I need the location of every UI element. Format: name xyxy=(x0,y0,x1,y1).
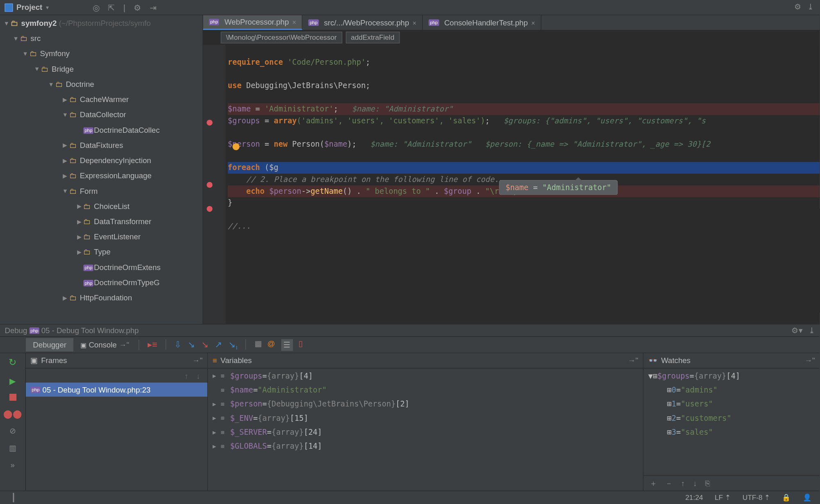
tree-item[interactable]: ▶🗀ExpressionLanguage xyxy=(0,168,203,183)
frame-row[interactable]: php 05 - Debug Tool Window.php:23 xyxy=(26,383,207,397)
tree-item[interactable]: ▶🗀DataFixtures xyxy=(0,137,203,152)
tree-item[interactable]: ▶🗀CacheWarmer xyxy=(0,91,203,107)
twisty-icon[interactable]: ▼ xyxy=(648,371,653,380)
tree-item[interactable]: ▶🗀EventListener xyxy=(0,229,203,244)
hide-icon[interactable]: →" xyxy=(804,356,815,365)
remove-icon[interactable]: － xyxy=(665,478,673,488)
tree-item[interactable]: ▶🗀HttpFoundation xyxy=(0,290,203,305)
dropdown-icon[interactable]: ▾ xyxy=(46,4,49,11)
project-panel-title[interactable]: Project ▾ xyxy=(0,3,87,11)
copy-icon[interactable]: ⎘ xyxy=(705,479,710,488)
breakpoint-icon[interactable] xyxy=(207,120,212,125)
tree-item[interactable]: ▶🗀DependencyInjection xyxy=(0,152,203,168)
settings-icon[interactable]: ☰ xyxy=(281,339,293,351)
hide-icon[interactable]: ⤓ xyxy=(809,326,815,334)
step-over-icon[interactable]: ⇩ xyxy=(174,339,182,351)
variable-row[interactable]: ⊞$name = "Administrator" xyxy=(208,383,643,397)
tree-item[interactable]: phpDoctrineOrmExtens xyxy=(0,259,203,275)
watch-item[interactable]: ⊞2 = "customers" xyxy=(643,411,820,425)
tree-item[interactable]: ▼🗀Bridge xyxy=(0,61,203,76)
gear-icon[interactable]: ⚙ xyxy=(794,2,801,11)
up-icon[interactable]: ↑ xyxy=(184,371,188,380)
down-icon[interactable]: ↓ xyxy=(693,479,697,488)
twisty-icon[interactable]: ▼ xyxy=(2,20,11,26)
layout-icon[interactable]: ▥ xyxy=(9,444,16,452)
show-execution-point-icon[interactable]: ▸≡ xyxy=(148,339,157,351)
tree-item[interactable]: ▶🗀Type xyxy=(0,244,203,259)
variable-row[interactable]: ▶⊞$GLOBALS = {array} [14] xyxy=(208,439,643,453)
twisty-icon[interactable]: ▼ xyxy=(21,50,30,57)
tree-item[interactable]: phpDoctrineOrmTypeG xyxy=(0,275,203,290)
tree-item[interactable]: ▶🗀DataTransformer xyxy=(0,213,203,229)
more-icon[interactable]: » xyxy=(11,461,15,469)
editor-tab[interactable]: phpWebProcessor.php× xyxy=(203,15,303,30)
intention-bulb-icon[interactable] xyxy=(232,143,239,150)
twisty-icon[interactable]: ▶ xyxy=(75,248,83,255)
download-icon[interactable]: ⤓ xyxy=(807,2,814,11)
variable-row[interactable]: ▶⊞$_ENV = {array} [15] xyxy=(208,411,643,425)
twisty-icon[interactable]: ▶ xyxy=(212,443,221,449)
gutter[interactable] xyxy=(203,45,225,324)
tree-item[interactable]: ▼🗀Form xyxy=(0,183,203,198)
lock-icon[interactable]: 🔒 xyxy=(782,493,790,502)
step-into-icon[interactable]: ↘ xyxy=(188,339,196,351)
tree-item[interactable]: ▼🗀DataCollector xyxy=(0,107,203,122)
rerun-icon[interactable]: ↻ xyxy=(9,357,16,368)
breakpoint-icon[interactable] xyxy=(207,206,212,212)
twisty-icon[interactable]: ▶ xyxy=(212,429,221,435)
twisty-icon[interactable]: ▶ xyxy=(75,203,83,209)
code-area[interactable]: require_once 'Code/Person.php'; use Debu… xyxy=(203,45,820,324)
editor-tab[interactable]: phpsrc/.../WebProcessor.php× xyxy=(303,15,423,30)
twisty-icon[interactable]: ▶ xyxy=(212,415,221,421)
mute-icon[interactable]: ⊘ xyxy=(9,427,16,435)
hector-icon[interactable]: 👤 xyxy=(803,493,811,502)
hide-icon[interactable]: ⇥ xyxy=(150,2,157,12)
at-icon[interactable]: @ xyxy=(267,339,275,351)
twisty-icon[interactable]: ▶ xyxy=(61,172,69,179)
breakpoints-icon[interactable]: ⬤⬤ xyxy=(3,409,22,418)
step-out-icon[interactable]: ↗ xyxy=(215,339,223,351)
gear-icon[interactable]: ⚙▾ xyxy=(791,326,802,334)
twisty-icon[interactable]: ▶ xyxy=(212,400,221,407)
close-icon[interactable]: × xyxy=(292,18,296,25)
evaluate-icon[interactable]: ▦ xyxy=(255,339,262,351)
force-step-into-icon[interactable]: ↘ xyxy=(201,339,209,351)
run-to-cursor-icon[interactable]: ↘I xyxy=(228,339,237,351)
add-icon[interactable]: ＋ xyxy=(649,478,657,488)
breadcrumb-method[interactable]: addExtraField xyxy=(346,32,400,43)
twisty-icon[interactable]: ▼ xyxy=(61,111,69,118)
close-icon[interactable]: × xyxy=(412,19,416,26)
watch-item[interactable]: ⊞0 = "admins" xyxy=(643,383,820,397)
editor-tab[interactable]: phpConsoleHandlerTest.php× xyxy=(423,15,542,30)
watch-row[interactable]: ▼ ⊞ $groups = {array} [4] xyxy=(643,368,820,382)
twisty-icon[interactable]: ▶ xyxy=(75,233,83,240)
line-separator[interactable]: LF ⇡ xyxy=(715,493,731,502)
encoding[interactable]: UTF-8 ⇡ xyxy=(743,493,770,502)
twisty-icon[interactable]: ▼ xyxy=(33,66,41,72)
gear-icon[interactable]: ⚙ xyxy=(134,2,141,12)
tab-console[interactable]: ▣Console →" xyxy=(73,338,136,352)
target-icon[interactable]: ◎ xyxy=(93,2,100,12)
twisty-icon[interactable]: ▶ xyxy=(61,294,69,301)
twisty-icon[interactable]: ▼ xyxy=(47,81,55,87)
collapse-icon[interactable]: ⇱ xyxy=(108,2,115,12)
breadcrumb-class[interactable]: \Monolog\Processor\WebProcessor xyxy=(221,32,342,43)
twisty-icon[interactable]: ▶ xyxy=(212,372,221,379)
tree-item[interactable]: ▼🗀Symfony xyxy=(0,46,203,61)
tree-item[interactable]: ▼🗀Doctrine xyxy=(0,76,203,91)
variable-row[interactable]: ▶⊞$_SERVER = {array} [24] xyxy=(208,425,643,439)
twisty-icon[interactable]: ▶ xyxy=(61,157,69,163)
project-tree[interactable]: ▼ 🗀 symfony2 (~/PhpstormProjects/symfo ▼… xyxy=(0,15,203,324)
tree-item[interactable]: ▼🗀src xyxy=(0,30,203,45)
hide-icon[interactable]: →" xyxy=(192,356,203,365)
watch-item[interactable]: ⊞1 = "users" xyxy=(643,397,820,411)
breakpoint-icon[interactable] xyxy=(207,182,212,188)
tree-item[interactable]: phpDoctrineDataCollec xyxy=(0,122,203,137)
down-icon[interactable]: ↓ xyxy=(196,371,200,380)
watch-item[interactable]: ⊞3 = "sales" xyxy=(643,425,820,439)
up-icon[interactable]: ↑ xyxy=(681,479,685,488)
hide-icon[interactable]: →" xyxy=(628,356,638,365)
stop-icon[interactable] xyxy=(9,394,16,401)
clipboard-icon[interactable]: ▯ xyxy=(298,339,303,351)
twisty-icon[interactable]: ▶ xyxy=(61,96,69,102)
